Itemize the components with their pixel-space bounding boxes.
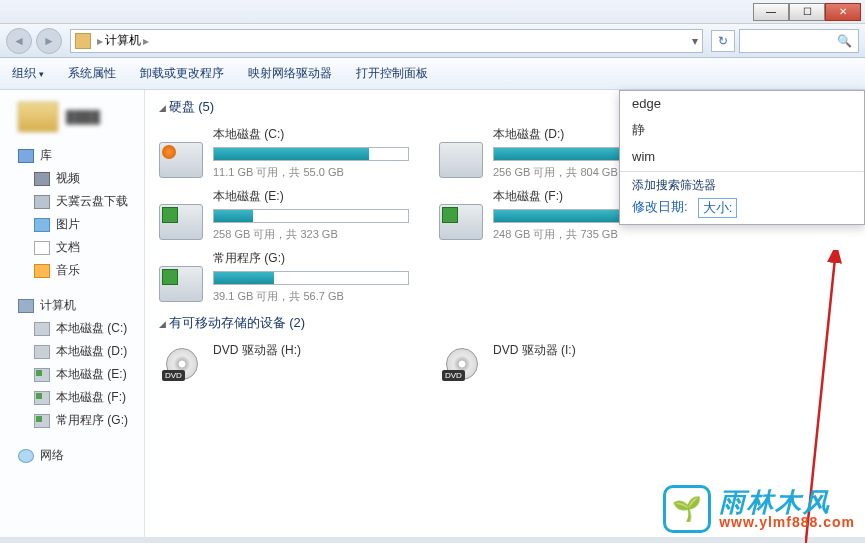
- sidebar-drive-item[interactable]: 常用程序 (G:): [0, 409, 144, 432]
- disk-icon: [34, 414, 50, 428]
- system-properties-button[interactable]: 系统属性: [68, 65, 116, 82]
- forward-button[interactable]: ►: [36, 28, 62, 54]
- sidebar: ████ 库 视频天冀云盘下载图片文档音乐 计算机 本地磁盘 (C:)本地磁盘 …: [0, 90, 145, 537]
- back-button[interactable]: ◄: [6, 28, 32, 54]
- sidebar-computer: 计算机 本地磁盘 (C:)本地磁盘 (D:)本地磁盘 (E:)本地磁盘 (F:)…: [0, 294, 144, 432]
- disk-icon: [34, 345, 50, 359]
- watermark: 雨林木风 www.ylmf888.com: [663, 485, 855, 533]
- filter-size[interactable]: 大小:: [698, 198, 738, 218]
- drive-icon: [439, 142, 483, 178]
- content-pane: 硬盘 (5) 本地磁盘 (C:)11.1 GB 可用，共 55.0 GB本地磁盘…: [145, 90, 865, 537]
- drive-name: 常用程序 (G:): [213, 250, 409, 267]
- sidebar-label: 网络: [40, 447, 64, 464]
- computer-icon: [75, 33, 91, 49]
- refresh-button[interactable]: ↻: [711, 30, 735, 52]
- breadcrumb-item[interactable]: 计算机: [105, 32, 141, 49]
- search-history-item[interactable]: 静: [620, 116, 864, 144]
- libraries-icon: [18, 149, 34, 163]
- drive-usage-bar: [213, 271, 409, 285]
- sidebar-network: 网络: [0, 444, 144, 467]
- drive-icon: [159, 142, 203, 178]
- drive-item[interactable]: 本地磁盘 (E:)258 GB 可用，共 323 GB: [159, 188, 409, 242]
- sidebar-libraries-header[interactable]: 库: [0, 144, 144, 167]
- breadcrumb[interactable]: ▸ 计算机 ▸ ▾: [70, 29, 703, 53]
- window-titlebar: [0, 0, 865, 24]
- drive-icon: [439, 204, 483, 240]
- disk-icon: [34, 322, 50, 336]
- sidebar-item-label: 文档: [56, 239, 80, 256]
- drive-usage-text: 258 GB 可用，共 323 GB: [213, 227, 409, 242]
- sidebar-item-label: 本地磁盘 (D:): [56, 343, 127, 360]
- drive-icon: [159, 266, 203, 302]
- organize-menu[interactable]: 组织: [12, 65, 44, 82]
- disk-icon: [34, 391, 50, 405]
- maximize-button[interactable]: [789, 3, 825, 21]
- pic-icon: [34, 218, 50, 232]
- watermark-name: 雨林木风: [719, 489, 855, 515]
- breadcrumb-dropdown-icon[interactable]: ▾: [692, 34, 698, 48]
- filter-date[interactable]: 修改日期:: [632, 198, 688, 218]
- sidebar-libraries: 库 视频天冀云盘下载图片文档音乐: [0, 144, 144, 282]
- vid-icon: [34, 172, 50, 186]
- nav-row: ◄ ► ▸ 计算机 ▸ ▾ ↻ 🔍: [0, 24, 865, 58]
- sidebar-item-label: 本地磁盘 (C:): [56, 320, 127, 337]
- drive-name: 本地磁盘 (E:): [213, 188, 409, 205]
- favorites-folder[interactable]: ████: [0, 96, 144, 144]
- section-header-removable[interactable]: 有可移动存储的设备 (2): [159, 314, 851, 332]
- dvd-item[interactable]: DVD 驱动器 (H:): [159, 342, 409, 382]
- dvd-item[interactable]: DVD 驱动器 (I:): [439, 342, 689, 382]
- dvd-icon: [439, 346, 483, 382]
- sidebar-label: 计算机: [40, 297, 76, 314]
- search-icon: 🔍: [837, 34, 852, 48]
- drive-icon: [159, 204, 203, 240]
- drive-item[interactable]: 常用程序 (G:)39.1 GB 可用，共 56.7 GB: [159, 250, 409, 304]
- drive-usage-bar: [213, 209, 409, 223]
- breadcrumb-sep: ▸: [97, 34, 103, 48]
- sidebar-drive-item[interactable]: 本地磁盘 (E:): [0, 363, 144, 386]
- uninstall-button[interactable]: 卸载或更改程序: [140, 65, 224, 82]
- drive-item[interactable]: 本地磁盘 (C:)11.1 GB 可用，共 55.0 GB: [159, 126, 409, 180]
- sidebar-item[interactable]: 文档: [0, 236, 144, 259]
- folder-icon: [18, 102, 58, 132]
- network-icon: [18, 449, 34, 463]
- sidebar-network-header[interactable]: 网络: [0, 444, 144, 467]
- map-drive-button[interactable]: 映射网络驱动器: [248, 65, 332, 82]
- sidebar-drive-item[interactable]: 本地磁盘 (D:): [0, 340, 144, 363]
- sidebar-item-label: 音乐: [56, 262, 80, 279]
- search-input[interactable]: 🔍: [739, 29, 859, 53]
- toolbar: 组织 系统属性 卸载或更改程序 映射网络驱动器 打开控制面板: [0, 58, 865, 90]
- sidebar-item-label: 天冀云盘下载: [56, 193, 128, 210]
- sidebar-item[interactable]: 音乐: [0, 259, 144, 282]
- disk-icon: [34, 368, 50, 382]
- sidebar-drive-item[interactable]: 本地磁盘 (C:): [0, 317, 144, 340]
- minimize-button[interactable]: [753, 3, 789, 21]
- removable-section: 有可移动存储的设备 (2) DVD 驱动器 (H:)DVD 驱动器 (I:): [159, 314, 851, 382]
- sidebar-label: 库: [40, 147, 52, 164]
- doc-icon: [34, 241, 50, 255]
- search-history-item[interactable]: wim: [620, 144, 864, 169]
- dvd-icon: [159, 346, 203, 382]
- main-area: ████ 库 视频天冀云盘下载图片文档音乐 计算机 本地磁盘 (C:)本地磁盘 …: [0, 90, 865, 537]
- search-filter-title: 添加搜索筛选器: [620, 171, 864, 196]
- sidebar-item[interactable]: 天冀云盘下载: [0, 190, 144, 213]
- drive-usage-bar: [213, 147, 409, 161]
- watermark-url: www.ylmf888.com: [719, 515, 855, 529]
- dl-icon: [34, 195, 50, 209]
- computer-icon: [18, 299, 34, 313]
- watermark-icon: [663, 485, 711, 533]
- control-panel-button[interactable]: 打开控制面板: [356, 65, 428, 82]
- sidebar-item-label: 本地磁盘 (F:): [56, 389, 126, 406]
- drive-usage-text: 39.1 GB 可用，共 56.7 GB: [213, 289, 409, 304]
- sidebar-drive-item[interactable]: 本地磁盘 (F:): [0, 386, 144, 409]
- sidebar-item[interactable]: 图片: [0, 213, 144, 236]
- sidebar-computer-header[interactable]: 计算机: [0, 294, 144, 317]
- search-history-item[interactable]: edge: [620, 91, 864, 116]
- dvd-name: DVD 驱动器 (H:): [213, 342, 409, 359]
- drive-usage-text: 11.1 GB 可用，共 55.0 GB: [213, 165, 409, 180]
- sidebar-item-label: 图片: [56, 216, 80, 233]
- close-button[interactable]: [825, 3, 861, 21]
- drive-usage-text: 248 GB 可用，共 735 GB: [493, 227, 689, 242]
- dvd-name: DVD 驱动器 (I:): [493, 342, 689, 359]
- sidebar-item[interactable]: 视频: [0, 167, 144, 190]
- sidebar-item-label: 视频: [56, 170, 80, 187]
